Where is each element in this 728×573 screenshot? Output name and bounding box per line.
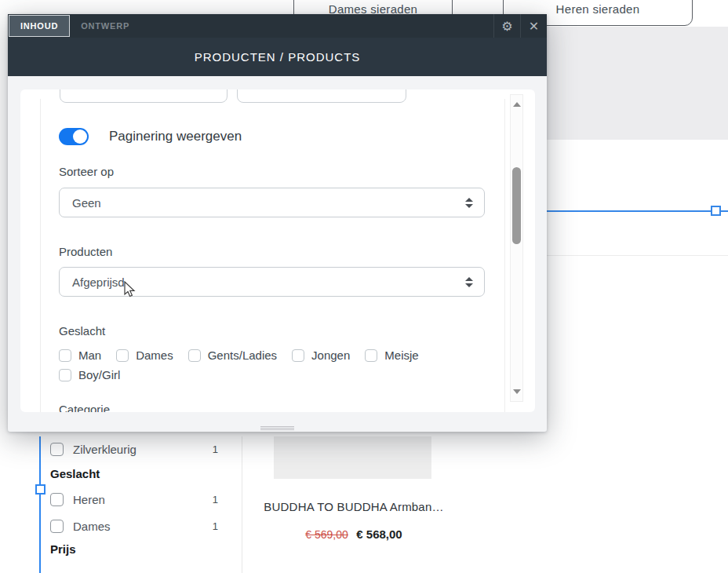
scroll-down-icon[interactable] — [513, 389, 521, 394]
checkbox-zilverkleurig[interactable] — [50, 443, 64, 456]
tab-ontwerp[interactable]: ONTWERP — [70, 14, 140, 38]
filter-count: 1 — [213, 520, 218, 532]
modal-title: PRODUCTEN / PRODUCTS — [195, 50, 361, 64]
panel-right-border — [504, 99, 505, 412]
modal-titlebar: PRODUCTEN / PRODUCTS — [8, 38, 547, 76]
checkbox-gents-ladies[interactable] — [188, 349, 201, 362]
tab-label: ONTWERP — [81, 21, 129, 31]
product-widget-modal: INHOUD ONTWERP ⚙ ✕ PRODUCTEN / PRODUCTS — [8, 14, 547, 432]
modal-resize-grip[interactable] — [260, 426, 294, 430]
product-image-placeholder[interactable] — [274, 436, 431, 479]
filter-heading-geslacht: Geslacht — [50, 467, 100, 480]
product-prices: € 569,00 € 568,00 — [254, 527, 453, 542]
tab-inhoud[interactable]: INHOUD — [9, 15, 70, 37]
gender-options-row-2: Boy/Girl — [59, 368, 120, 381]
checkbox-boy-girl[interactable] — [59, 369, 71, 381]
checkbox-jongen[interactable] — [292, 349, 304, 362]
option-label: Boy/Girl — [78, 368, 120, 381]
sidebar-resize-handle[interactable] — [35, 484, 46, 495]
option-label: Jongen — [311, 349, 350, 362]
sort-label: Sorteer op — [59, 165, 114, 178]
form-scrollbar[interactable] — [510, 94, 523, 402]
pagination-toggle-label: Paginering weergeven — [109, 129, 242, 144]
modal-tab-bar: INHOUD ONTWERP ⚙ ✕ — [8, 14, 547, 38]
gender-option-dames[interactable]: Dames — [116, 349, 173, 362]
checkbox-man[interactable] — [59, 349, 71, 362]
filter-label: Dames — [73, 520, 213, 533]
sort-select[interactable]: Geen — [59, 188, 485, 217]
scrollbar-thumb[interactable] — [512, 167, 521, 244]
products-select-value: Afgeprijsd — [72, 276, 125, 289]
gender-option-meisje[interactable]: Meisje — [365, 349, 418, 362]
category-label: Categorie — [59, 403, 110, 412]
close-icon[interactable]: ✕ — [521, 14, 547, 38]
filter-label: Heren — [73, 493, 213, 506]
filter-count: 1 — [213, 443, 218, 455]
toggle-knob — [73, 130, 87, 144]
sidebar-content-divider — [242, 436, 242, 573]
mouse-cursor-icon — [124, 281, 136, 298]
checkbox-dames[interactable] — [50, 520, 64, 533]
gender-option-gents-ladies[interactable]: Gents/Ladies — [188, 349, 277, 362]
pagination-toggle[interactable] — [59, 128, 89, 145]
shop-tab-label: Heren sieraden — [556, 2, 640, 16]
option-label: Man — [78, 349, 101, 362]
scroll-up-icon[interactable] — [513, 102, 521, 107]
section-resize-handle[interactable] — [711, 206, 721, 216]
option-label: Gents/Ladies — [208, 349, 277, 362]
option-label: Meisje — [384, 349, 418, 362]
checkbox-heren[interactable] — [50, 493, 64, 506]
pagination-toggle-row: Paginering weergeven — [59, 128, 242, 145]
product-price: € 568,00 — [356, 527, 402, 541]
gender-option-jongen[interactable]: Jongen — [292, 349, 350, 362]
sidebar-selection-line — [39, 436, 41, 573]
products-select[interactable]: Afgeprijsd — [59, 267, 485, 297]
select-caret-icon — [465, 277, 473, 287]
filter-count: 1 — [213, 494, 218, 505]
tab-label: INHOUD — [20, 21, 58, 31]
option-label: Dames — [136, 349, 173, 362]
checkbox-meisje[interactable] — [365, 349, 377, 362]
select-caret-icon — [465, 198, 473, 208]
modal-form-panel: Paginering weergeven Sorteer op Geen Pro… — [20, 89, 535, 412]
screen: Dames sieraden Heren sieraden Zilverkleu… — [0, 0, 728, 573]
filter-label: Zilverkleurig — [73, 443, 213, 456]
filter-item-dames[interactable]: Dames 1 — [50, 517, 218, 535]
panel-left-border — [40, 99, 41, 412]
page-grey-section — [541, 27, 728, 140]
filter-heading-prijs: Prijs — [50, 542, 76, 556]
gender-options-row-1: Man Dames Gents/Ladies Jongen Meisje — [59, 349, 419, 362]
product-name[interactable]: BUDDHA TO BUDDHA Armban… — [254, 500, 453, 513]
section-selection-line — [541, 210, 728, 212]
sort-select-value: Geen — [72, 196, 101, 210]
gender-option-man[interactable]: Man — [59, 349, 101, 362]
gender-option-boy-girl[interactable]: Boy/Girl — [59, 368, 120, 381]
filter-item-zilverkleurig[interactable]: Zilverkleurig 1 — [50, 440, 218, 458]
products-label: Producten — [59, 245, 112, 258]
gear-icon[interactable]: ⚙ — [494, 14, 520, 38]
filter-item-heren[interactable]: Heren 1 — [50, 491, 218, 508]
modal-header-icons: ⚙ ✕ — [493, 14, 547, 38]
section-divider-line — [541, 255, 728, 256]
checkbox-dames[interactable] — [116, 349, 129, 362]
product-old-price: € 569,00 — [305, 528, 348, 541]
partial-input-left[interactable] — [60, 89, 228, 103]
partial-input-right[interactable] — [237, 89, 406, 103]
gender-label: Geslacht — [59, 324, 105, 338]
